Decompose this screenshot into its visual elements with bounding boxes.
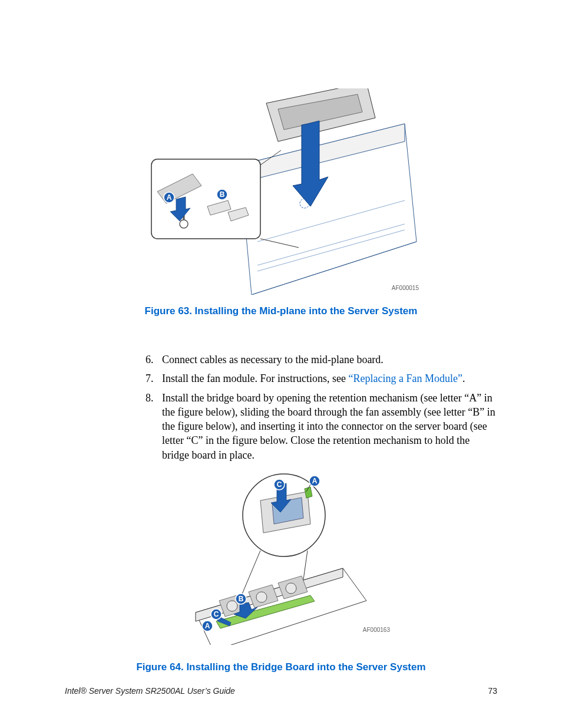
svg-line-4 [257,230,405,271]
svg-line-5 [257,200,405,242]
step-8-text: Install the bridge board by opening the … [162,392,495,461]
step-7: Install the fan module. For instructions… [156,371,497,386]
figure-64-area: A C A B C AF000163 Figure 64. Installing… [65,468,497,673]
svg-point-31 [227,601,237,611]
footer-title: Intel® Server System SR2500AL User’s Gui… [65,686,235,696]
fig64-bot-c-label: C [214,610,219,618]
fig64-bot-a-label: A [205,622,210,630]
svg-point-33 [286,583,296,594]
svg-line-3 [257,224,405,265]
fig64-top-c-label: C [277,480,282,489]
step-7-text-before: Install the fan module. For instructions… [162,373,348,384]
figure-64-svg: A C A B C [184,468,378,645]
instruction-list: Connect cables as necessary to the mid-p… [65,353,497,462]
step-7-link[interactable]: “Replacing a Fan Module” [348,373,462,384]
svg-marker-1 [240,124,405,183]
figure-63-svg: A B [140,88,422,295]
callout-b-label: B [220,190,225,199]
figure-64-caption: Figure 64. Installing the Bridge Board i… [136,661,425,673]
fig64-bot-b-label: B [239,595,244,603]
figure-64-image: A C A B C AF000163 [184,468,378,645]
svg-line-17 [260,239,299,248]
figure-64-id: AF000163 [363,627,390,633]
step-7-text-after: . [462,373,465,384]
figure-63-image: A B AF000015 [140,88,422,295]
document-page: A B AF000015 Figure 63. Installing the M… [0,0,562,728]
figure-63-area: A B AF000015 Figure 63. Installing the M… [65,88,497,335]
page-footer: Intel® Server System SR2500AL User’s Gui… [65,686,497,696]
footer-page-number: 73 [488,686,497,696]
svg-point-32 [256,592,267,602]
step-6: Connect cables as necessary to the mid-p… [156,353,497,367]
callout-a-label: A [167,193,172,202]
fig64-top-a-label: A [312,477,318,485]
step-8: Install the bridge board by opening the … [156,391,497,462]
step-6-text: Connect cables as necessary to the mid-p… [162,354,384,365]
figure-63-id: AF000015 [392,285,419,291]
figure-63-caption: Figure 63. Installing the Mid-plane into… [145,305,418,317]
